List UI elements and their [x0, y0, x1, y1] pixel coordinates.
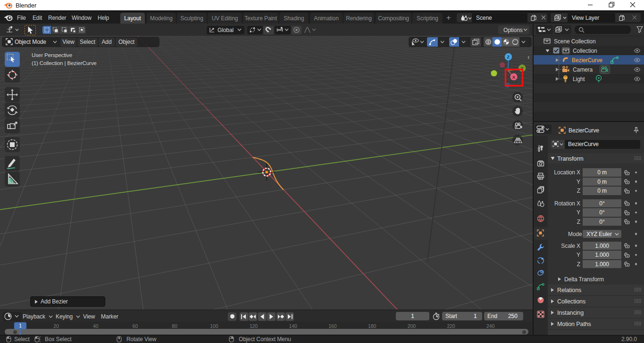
- svg-text:X: X: [512, 74, 516, 80]
- svg-text:Z: Z: [507, 54, 510, 59]
